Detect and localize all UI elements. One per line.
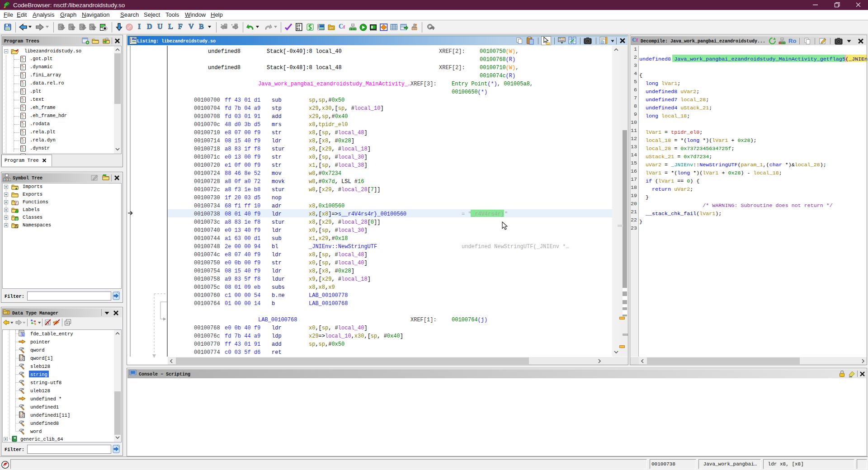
svg-text:{}: {} (14, 225, 18, 228)
svg-text:C: C (15, 217, 18, 221)
svg-text:DT: DT (330, 27, 333, 29)
svg-text:S: S (22, 333, 24, 336)
svg-text:01: 01 (297, 28, 300, 31)
svg-text:DT: DT (4, 311, 8, 314)
